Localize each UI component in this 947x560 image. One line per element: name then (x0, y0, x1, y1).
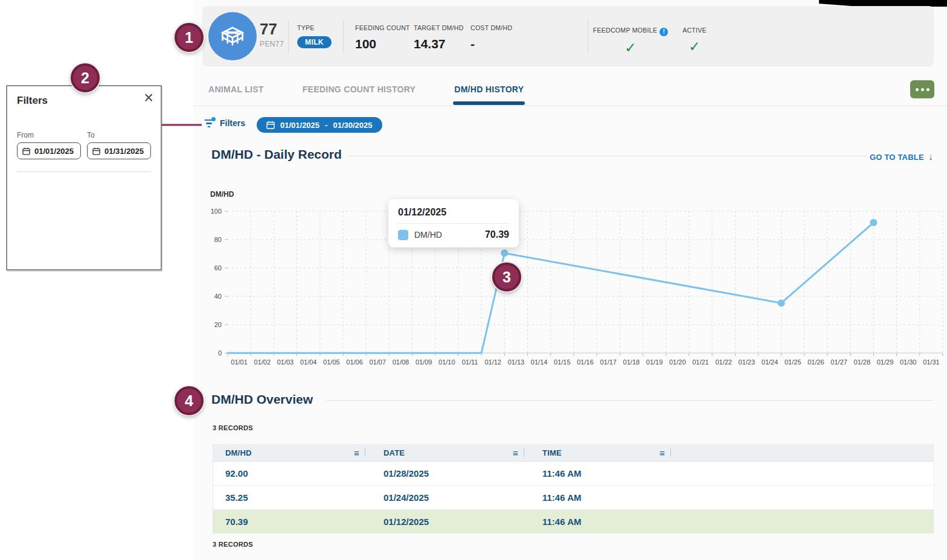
y-tick-label: 20 (214, 321, 222, 328)
header-divider (588, 19, 588, 53)
x-tick-label: 01/29 (877, 358, 894, 366)
table-row[interactable]: 92.00 01/28/2025 11:46 AM (213, 462, 934, 486)
cell-date: 01/28/2025 (371, 462, 530, 485)
header-divider (343, 19, 344, 53)
chart-section-title: DM/HD - Daily Record (211, 147, 342, 162)
filters-button[interactable]: Filters (204, 118, 245, 128)
pen-number: 77 (260, 21, 284, 38)
cell-date: 01/12/2025 (371, 510, 530, 533)
tooltip-series-label: DM/HD (414, 230, 479, 240)
more-options-button[interactable] (910, 80, 934, 98)
y-tick-label: 60 (214, 264, 222, 272)
stat-value: 100 (355, 37, 410, 51)
column-separator (670, 448, 671, 457)
check-icon: ✓ (676, 39, 713, 55)
column-header-dmhd[interactable]: DM/HD ≡ (213, 444, 371, 461)
filters-button-label: Filters (220, 118, 245, 128)
calendar-icon (22, 147, 30, 155)
column-menu-icon[interactable]: ≡ (513, 448, 518, 458)
column-header-time[interactable]: TIME ≡ (530, 444, 677, 461)
tab-feeding-count-history[interactable]: FEEDING COUNT HISTORY (303, 84, 416, 105)
x-tick-label: 01/26 (807, 358, 824, 366)
column-separator (365, 448, 365, 457)
to-date-value: 01/31/2025 (104, 147, 144, 156)
calendar-icon (92, 147, 100, 155)
x-tick-label: 01/30 (900, 358, 917, 366)
stat-value: - (470, 37, 512, 51)
chart-point-day-24[interactable] (778, 299, 785, 307)
x-tick-label: 01/31 (923, 358, 940, 366)
x-tick-label: 01/07 (369, 358, 386, 366)
stat-label: COST DM/HD (470, 24, 512, 31)
tab-dmhd-history[interactable]: DM/HD HISTORY (454, 84, 524, 105)
date-range-end: 01/30/2025 (333, 121, 372, 130)
pen-identity: 77 PEN77 (260, 21, 284, 48)
close-icon[interactable]: × (144, 90, 153, 106)
column-label: DM/HD (225, 448, 252, 457)
date-range-pill[interactable]: 01/01/2025 - 01/30/2025 (257, 117, 382, 133)
x-tick-label: 01/19 (646, 358, 663, 366)
tab-divider (193, 106, 947, 106)
stat-label: TARGET DM/HD (414, 24, 464, 31)
tab-animal-list[interactable]: ANIMAL LIST (208, 84, 264, 105)
x-tick-label: 01/14 (531, 358, 548, 366)
chart-tooltip: 01/12/2025 DM/HD 70.39 (388, 199, 519, 247)
from-date-input[interactable]: 01/01/2025 (17, 142, 81, 159)
go-to-table-link[interactable]: GO TO TABLE ↓ (870, 151, 933, 162)
stat-cost-dmhd: COST DM/HD - (470, 24, 512, 51)
pen-header-card: 77 PEN77 TYPE MILK FEEDING COUNT 100 TAR… (202, 6, 934, 66)
screen: 77 PEN77 TYPE MILK FEEDING COUNT 100 TAR… (0, 0, 947, 560)
column-menu-icon[interactable]: ≡ (660, 448, 665, 458)
x-tick-label: 01/27 (830, 358, 847, 366)
ellipsis-icon (916, 88, 919, 91)
x-tick-label: 01/22 (715, 358, 732, 366)
table-row[interactable]: 35.25 01/24/2025 11:46 AM (213, 486, 934, 510)
x-tick-label: 01/18 (623, 358, 640, 366)
y-tick-label: 100 (211, 208, 222, 215)
filters-popup-title: Filters (17, 95, 151, 107)
arrow-down-icon: ↓ (928, 151, 933, 162)
date-range-separator: - (325, 121, 327, 130)
column-menu-icon[interactable]: ≡ (354, 448, 359, 458)
annotation-step-4: 4 (175, 386, 204, 415)
records-count-top: 3 RECORDS (213, 424, 253, 431)
dmhd-overview-table: DM/HD ≡ DATE ≡ TIME ≡ 92.00 01/28/2025 1… (213, 444, 934, 533)
x-tick-label: 01/03 (277, 358, 294, 366)
records-count-bottom: 3 RECORDS (213, 541, 253, 548)
table-row-highlighted[interactable]: 70.39 01/12/2025 11:46 AM (213, 510, 934, 533)
cell-time: 11:46 AM (530, 462, 677, 485)
cell-dmhd: 35.25 (213, 486, 371, 509)
dmhd-line-chart[interactable]: 02040608010001/0101/0201/0301/0401/0501/… (205, 186, 947, 374)
section-rule (326, 400, 933, 401)
from-date-value: 01/01/2025 (34, 147, 74, 156)
overview-section-title: DM/HD Overview (211, 392, 313, 407)
stat-value: 14.37 (414, 37, 464, 51)
pen-name: PEN77 (260, 40, 284, 48)
cell-dmhd: 92.00 (213, 462, 371, 485)
feedcomp-mobile-flag: FEEDCOMP MOBILE! ✓ (591, 24, 670, 56)
chart-point-day-12[interactable] (501, 250, 508, 257)
feedcomp-mobile-label: FEEDCOMP MOBILE (593, 27, 657, 34)
info-icon[interactable]: ! (660, 28, 668, 36)
column-header-date[interactable]: DATE ≡ (371, 444, 530, 461)
column-label: DATE (384, 448, 405, 457)
type-label: TYPE (297, 24, 332, 31)
date-range-start: 01/01/2025 (280, 121, 319, 130)
x-tick-label: 01/24 (762, 358, 778, 366)
y-tick-label: 80 (214, 236, 222, 243)
to-date-input[interactable]: 01/31/2025 (87, 142, 151, 159)
stat-target-dmhd: TARGET DM/HD 14.37 (414, 24, 464, 51)
x-tick-label: 01/09 (416, 358, 432, 366)
chart-point-day-28[interactable] (870, 219, 877, 226)
tooltip-value: 70.39 (485, 229, 509, 240)
x-tick-label: 01/12 (484, 358, 501, 366)
cell-time: 11:46 AM (530, 486, 677, 509)
x-tick-label: 01/15 (554, 358, 571, 366)
tab-bar: ANIMAL LIST FEEDING COUNT HISTORY DM/HD … (208, 84, 524, 105)
y-tick-label: 0 (218, 349, 222, 357)
x-tick-label: 01/02 (254, 358, 271, 366)
tooltip-divider (398, 223, 509, 224)
go-to-table-label: GO TO TABLE (870, 153, 924, 162)
x-tick-label: 01/01 (231, 358, 248, 366)
filters-popup: Filters × From 01/01/2025 To 01/31/20 (6, 85, 162, 270)
